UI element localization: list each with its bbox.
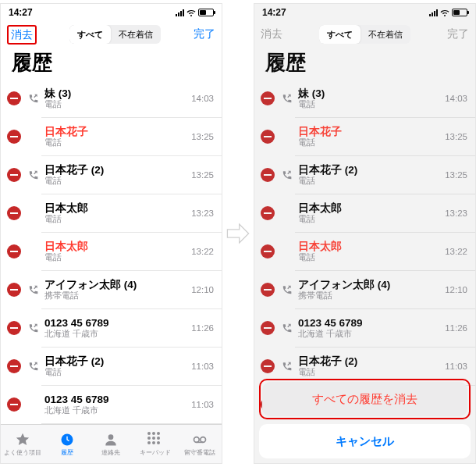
clock-icon — [59, 432, 75, 447]
call-row[interactable]: 0123 45 6789 北海道 千歳市 11:03 — [1, 386, 222, 423]
wifi-icon — [186, 8, 196, 17]
svg-point-2 — [194, 437, 199, 442]
outgoing-call-icon — [281, 93, 293, 104]
seg-missed[interactable]: 不在着信 — [361, 25, 410, 44]
call-row[interactable]: 日本太郎 電話 13:23 — [254, 194, 475, 232]
segmented-control[interactable]: すべて 不在着信 — [319, 25, 410, 44]
delete-icon[interactable] — [7, 244, 21, 258]
call-time: 13:25 — [445, 132, 467, 141]
call-row[interactable]: 日本花子 (2) 電話 11:03 — [1, 348, 222, 385]
done-button[interactable]: 完了 — [194, 27, 215, 41]
svg-point-3 — [201, 437, 206, 442]
highlight-clear-all: すべての履歴を消去 — [259, 379, 471, 419]
call-row[interactable]: 0123 45 6789 北海道 千歳市 11:26 — [254, 309, 475, 347]
call-row[interactable]: 日本太郎 電話 13:23 — [1, 194, 222, 232]
delete-icon[interactable] — [261, 206, 275, 220]
call-sub: 電話 — [298, 137, 445, 148]
delete-icon[interactable] — [7, 397, 21, 412]
outgoing-call-icon — [27, 93, 40, 104]
tab-history[interactable]: 履歴 — [45, 425, 90, 463]
call-row[interactable]: 日本花子 (2) 電話 13:25 — [254, 156, 475, 194]
call-time: 13:22 — [191, 247, 214, 256]
voicemail-icon — [192, 432, 208, 447]
call-row[interactable]: アイフォン太郎 (4) 携帯電話 12:10 — [254, 271, 475, 308]
call-name: 日本花子 (2) — [298, 355, 445, 368]
status-bar: 14:27 — [254, 4, 475, 21]
tab-label: 連絡先 — [101, 448, 120, 457]
seg-all[interactable]: すべて — [69, 25, 111, 44]
nav-bar: 消去 すべて 不在着信 完了 — [1, 21, 222, 48]
clear-button[interactable]: 消去 — [11, 28, 33, 42]
call-row[interactable]: 日本花子 電話 13:25 — [1, 118, 222, 155]
status-time: 14:27 — [9, 7, 33, 18]
call-time: 12:10 — [191, 285, 214, 294]
delete-icon[interactable] — [261, 91, 275, 105]
battery-icon — [452, 9, 467, 16]
call-time: 13:23 — [445, 209, 467, 218]
phone-after: 14:27 消去 すべて 不在着信 完了 履歴 妹 (3) 電話 14:03 日… — [254, 3, 476, 464]
wifi-icon — [440, 8, 449, 17]
outgoing-call-icon — [281, 361, 293, 372]
call-info: 0123 45 6789 北海道 千歳市 — [298, 317, 445, 339]
segmented-control[interactable]: すべて 不在着信 — [69, 25, 161, 44]
tab-contacts[interactable]: 連絡先 — [89, 425, 133, 463]
done-button[interactable]: 完了 — [447, 27, 469, 41]
seg-all[interactable]: すべて — [319, 25, 361, 44]
call-name: 日本花子 — [44, 126, 191, 138]
seg-missed[interactable]: 不在着信 — [111, 25, 161, 44]
call-time: 11:03 — [445, 362, 467, 371]
outgoing-call-icon — [27, 323, 40, 333]
arrow-separator — [222, 220, 254, 247]
outgoing-call-icon — [27, 361, 40, 372]
delete-icon[interactable] — [261, 130, 275, 144]
delete-icon[interactable] — [261, 359, 275, 373]
call-sub: 携帯電話 — [44, 291, 191, 301]
call-info: 日本太郎 電話 — [44, 241, 191, 262]
clear-button[interactable]: 消去 — [261, 27, 282, 41]
call-row[interactable]: 0123 45 6789 北海道 千歳市 11:26 — [1, 309, 222, 347]
cancel-button[interactable]: キャンセル — [259, 424, 471, 458]
call-info: 日本花子 (2) 電話 — [44, 164, 191, 186]
call-list-left[interactable]: 妹 (3) 電話 14:03 日本花子 電話 13:25 日本花子 (2) 電話… — [1, 80, 222, 424]
tab-keypad[interactable]: キーパッド — [133, 425, 178, 463]
delete-icon[interactable] — [7, 206, 21, 220]
delete-icon[interactable] — [7, 283, 21, 297]
outgoing-call-icon — [27, 169, 40, 180]
delete-icon[interactable] — [7, 321, 21, 335]
clear-all-button[interactable]: すべての履歴を消去 — [262, 382, 467, 416]
call-time: 11:26 — [445, 323, 467, 333]
star-icon — [15, 432, 30, 447]
call-sub: 電話 — [298, 367, 445, 377]
delete-icon[interactable] — [7, 91, 21, 105]
tab-voicemail[interactable]: 留守番電話 — [177, 425, 222, 463]
call-info: 日本花子 電話 — [44, 126, 191, 148]
call-name: 日本太郎 — [298, 202, 445, 215]
status-indicators — [176, 8, 214, 17]
delete-icon[interactable] — [261, 321, 275, 335]
delete-icon[interactable] — [7, 130, 21, 144]
call-name: 0123 45 6789 — [44, 394, 191, 406]
call-row[interactable]: 日本花子 電話 13:25 — [254, 118, 475, 155]
delete-icon[interactable] — [7, 359, 21, 373]
call-name: 妹 (3) — [298, 87, 445, 100]
call-time: 14:03 — [191, 94, 214, 103]
svg-point-1 — [108, 434, 114, 440]
call-row[interactable]: 日本花子 (2) 電話 13:25 — [1, 156, 222, 194]
call-time: 13:25 — [191, 132, 214, 141]
call-row[interactable]: 日本太郎 電話 13:22 — [254, 233, 475, 270]
signal-icon — [429, 9, 438, 16]
delete-icon[interactable] — [261, 168, 275, 182]
call-row[interactable]: 妹 (3) 電話 14:03 — [1, 80, 222, 117]
delete-icon[interactable] — [7, 168, 21, 182]
call-info: 妹 (3) 電話 — [298, 87, 445, 109]
call-row[interactable]: 日本太郎 電話 13:22 — [1, 233, 222, 270]
call-row[interactable]: アイフォン太郎 (4) 携帯電話 12:10 — [1, 271, 222, 308]
call-row[interactable]: 妹 (3) 電話 14:03 — [254, 80, 475, 117]
call-sub: 電話 — [44, 176, 191, 186]
highlight-clear: 消去 — [7, 25, 37, 45]
tab-favorites[interactable]: よく使う項目 — [1, 425, 45, 463]
delete-icon[interactable] — [261, 283, 275, 297]
call-info: 日本太郎 電話 — [298, 202, 445, 224]
call-sub: 北海道 千歳市 — [44, 329, 191, 339]
delete-icon[interactable] — [261, 244, 275, 258]
